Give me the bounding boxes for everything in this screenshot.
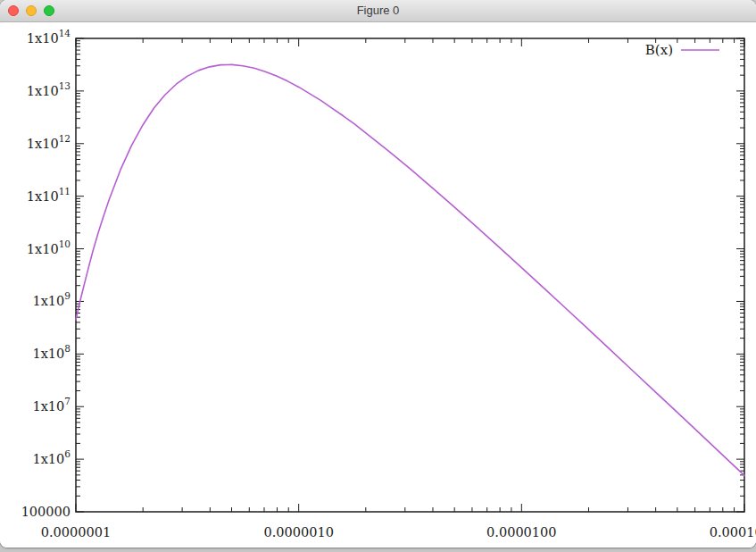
y-tick-label: 1x1010	[27, 238, 71, 256]
y-axis-labels: 1000001x1061x1071x1081x1091x10101x10111x…	[21, 28, 71, 519]
figure-window: Figure 0 0.00000010.00000100.00001000.00…	[0, 0, 756, 548]
x-tick-label: 0.0000001	[41, 525, 111, 539]
y-tick-label: 1x1011	[27, 186, 71, 204]
y-tick-label: 1x106	[32, 448, 71, 466]
x-tick-label: 0.0000010	[263, 525, 333, 539]
window-title: Figure 0	[0, 0, 756, 21]
y-tick-label: 1x1014	[27, 28, 71, 46]
y-tick-label: 100000	[21, 505, 71, 519]
series-line-bx	[76, 64, 744, 475]
y-tick-label: 1x107	[32, 396, 71, 414]
plot-border	[76, 38, 744, 512]
x-axis-labels: 0.00000010.00000100.00001000.0001000	[41, 525, 756, 539]
y-tick-label: 1x1012	[27, 133, 71, 151]
legend: B(x)	[645, 42, 719, 58]
plot-area: 0.00000010.00000100.00001000.00010001000…	[0, 22, 756, 548]
y-tick-label: 1x108	[32, 343, 71, 361]
chart-canvas: 0.00000010.00000100.00001000.00010001000…	[0, 22, 756, 548]
legend-label: B(x)	[645, 42, 673, 58]
y-axis-ticks	[76, 38, 744, 512]
y-tick-label: 1x1013	[27, 80, 71, 98]
y-tick-label: 1x109	[32, 290, 71, 308]
x-tick-label: 0.0001000	[710, 525, 756, 539]
titlebar[interactable]: Figure 0	[0, 0, 756, 22]
x-axis-ticks	[76, 38, 744, 512]
x-tick-label: 0.0000100	[486, 525, 556, 539]
